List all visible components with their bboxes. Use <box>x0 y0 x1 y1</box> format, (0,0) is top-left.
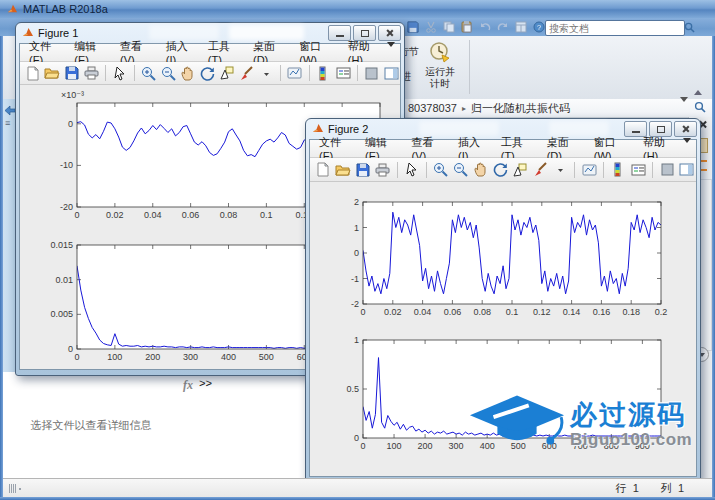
save-figure-icon[interactable] <box>63 64 81 82</box>
status-row: 行 1 <box>616 481 639 496</box>
insert-colorbar-icon[interactable] <box>315 64 333 82</box>
save-icon[interactable] <box>406 20 420 34</box>
insert-legend-icon[interactable] <box>334 64 352 82</box>
watermark-title: 必过源码 <box>570 402 692 429</box>
pan-icon[interactable] <box>179 64 197 82</box>
minimize-button[interactable] <box>328 25 351 41</box>
link-plot-icon[interactable] <box>580 161 598 179</box>
svg-text:300: 300 <box>183 352 198 362</box>
new-file-icon[interactable] <box>24 64 42 82</box>
svg-text:0.1: 0.1 <box>260 210 273 220</box>
pointer-icon[interactable] <box>403 161 421 179</box>
svg-text:0.015: 0.015 <box>50 240 73 250</box>
zoom-in-icon[interactable] <box>432 161 450 179</box>
glass-reflection <box>149 25 219 40</box>
zoom-in-icon[interactable] <box>140 64 158 82</box>
toolbar-separator <box>397 162 398 178</box>
help-icon[interactable]: ? <box>532 20 546 34</box>
redo-icon[interactable] <box>496 20 510 34</box>
breadcrumb-current-file[interactable]: 归一化随机共振代码 <box>471 101 570 116</box>
rotate-3d-icon[interactable] <box>199 64 217 82</box>
show-plot-tools-icon[interactable] <box>678 161 696 179</box>
open-file-icon[interactable] <box>334 161 352 179</box>
fx-icon: fx <box>183 378 193 393</box>
undo-icon[interactable] <box>478 20 492 34</box>
link-plot-icon[interactable] <box>286 64 304 82</box>
search-icon[interactable] <box>684 19 697 37</box>
details-panel: 选择文件以查看详细信息 <box>3 372 180 478</box>
toolbar-separator <box>574 162 575 178</box>
svg-text:0.06: 0.06 <box>182 210 200 220</box>
data-cursor-icon[interactable] <box>511 161 529 179</box>
ribbon-separator <box>469 40 470 94</box>
toolbar-separator <box>134 65 135 81</box>
close-button[interactable] <box>378 25 401 41</box>
save-figure-icon[interactable] <box>354 161 372 179</box>
svg-text:-20: -20 <box>60 202 73 212</box>
show-plot-tools-icon[interactable] <box>382 64 400 82</box>
svg-text:0.12: 0.12 <box>533 307 551 317</box>
brush-caret-icon[interactable] <box>258 64 276 82</box>
figure2-title: Figure 2 <box>328 123 368 135</box>
ribbon-collapse-button[interactable] <box>694 90 702 95</box>
brush-caret-icon[interactable] <box>551 161 569 179</box>
hide-plot-tools-icon[interactable] <box>658 161 676 179</box>
main-window-titlebar[interactable]: MATLAB R2018a <box>0 0 715 18</box>
hide-plot-tools-icon[interactable] <box>363 64 381 82</box>
status-col: 列 1 <box>661 481 684 496</box>
run-and-time-button[interactable]: 运行并 计时 <box>416 39 464 95</box>
breadcrumb-folder[interactable]: 80378037 <box>408 102 457 114</box>
svg-text:0.06: 0.06 <box>444 307 462 317</box>
svg-text:0.14: 0.14 <box>563 307 581 317</box>
restore-button[interactable] <box>649 121 672 137</box>
copy-icon[interactable] <box>442 20 456 34</box>
data-cursor-icon[interactable] <box>218 64 236 82</box>
paste-icon[interactable] <box>460 20 474 34</box>
figure1-titlebar[interactable]: Figure 1 <box>19 23 401 43</box>
brush-icon[interactable] <box>238 64 256 82</box>
figure1-title: Figure 1 <box>38 27 78 39</box>
svg-text:0.02: 0.02 <box>106 210 124 220</box>
breadcrumb-search-icon[interactable] <box>694 101 706 115</box>
minimize-button[interactable] <box>624 121 647 137</box>
toolbar-separator <box>357 65 358 81</box>
panel-menu-icon[interactable]: ≡ <box>5 118 10 128</box>
zoom-out-icon[interactable] <box>452 161 470 179</box>
print-figure-icon[interactable] <box>374 161 392 179</box>
toolbar-separator <box>426 162 427 178</box>
matlab-logo-icon <box>7 3 18 16</box>
insert-legend-icon[interactable] <box>629 161 647 179</box>
figure2-top-plot: 00.020.040.060.080.10.120.140.160.180.2-… <box>313 184 693 326</box>
toolbar-separator <box>603 162 604 178</box>
matlab-desktop: MATLAB R2018a ? 行节 进 运行并 计时 80378037 ▸ 归… <box>0 0 715 500</box>
pan-icon[interactable] <box>472 161 490 179</box>
menu-overflow-icon[interactable] <box>683 143 696 155</box>
svg-text:0.5: 0.5 <box>346 384 359 394</box>
main-window-title: MATLAB R2018a <box>23 3 108 15</box>
figure2-titlebar[interactable]: Figure 2 <box>309 119 697 139</box>
svg-text:100: 100 <box>107 352 122 362</box>
watermark-subtitle: Biguo100.com <box>570 431 692 448</box>
insert-colorbar-icon[interactable] <box>609 161 627 179</box>
zoom-out-icon[interactable] <box>160 64 178 82</box>
doc-search-input[interactable] <box>546 23 684 34</box>
toolbar-separator <box>105 65 106 81</box>
rotate-3d-icon[interactable] <box>492 161 510 179</box>
menu-overflow-icon[interactable] <box>387 47 400 59</box>
figure2-toolbar <box>310 158 696 182</box>
open-file-icon[interactable] <box>44 64 62 82</box>
layout-icon[interactable] <box>514 20 528 34</box>
pointer-icon[interactable] <box>111 64 129 82</box>
svg-text:400: 400 <box>221 352 236 362</box>
toolbar-separator <box>280 65 281 81</box>
maximize-button[interactable] <box>353 25 376 41</box>
breadcrumb-dropdown-icon[interactable] <box>680 102 688 114</box>
svg-text:0.18: 0.18 <box>622 307 640 317</box>
print-figure-icon[interactable] <box>83 64 101 82</box>
cut-icon[interactable] <box>424 20 438 34</box>
close-button[interactable] <box>674 121 697 137</box>
brush-icon[interactable] <box>531 161 549 179</box>
status-grip-icon[interactable] <box>9 484 21 493</box>
new-file-icon[interactable] <box>314 161 332 179</box>
svg-text:?: ? <box>537 23 541 32</box>
